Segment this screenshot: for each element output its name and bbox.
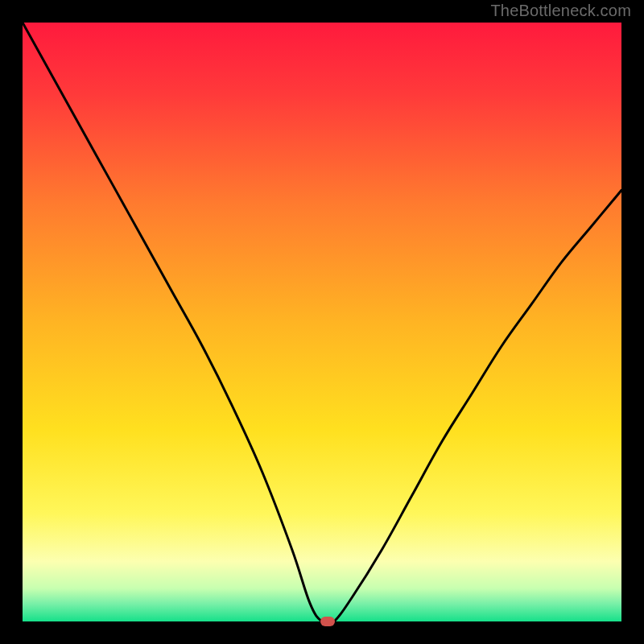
watermark-text: TheBottleneck.com xyxy=(490,2,631,20)
gradient-background xyxy=(23,23,621,621)
plot-area xyxy=(23,23,621,621)
chart-frame: TheBottleneck.com xyxy=(0,0,644,644)
plot-svg xyxy=(23,23,621,621)
optimal-marker xyxy=(320,617,335,626)
